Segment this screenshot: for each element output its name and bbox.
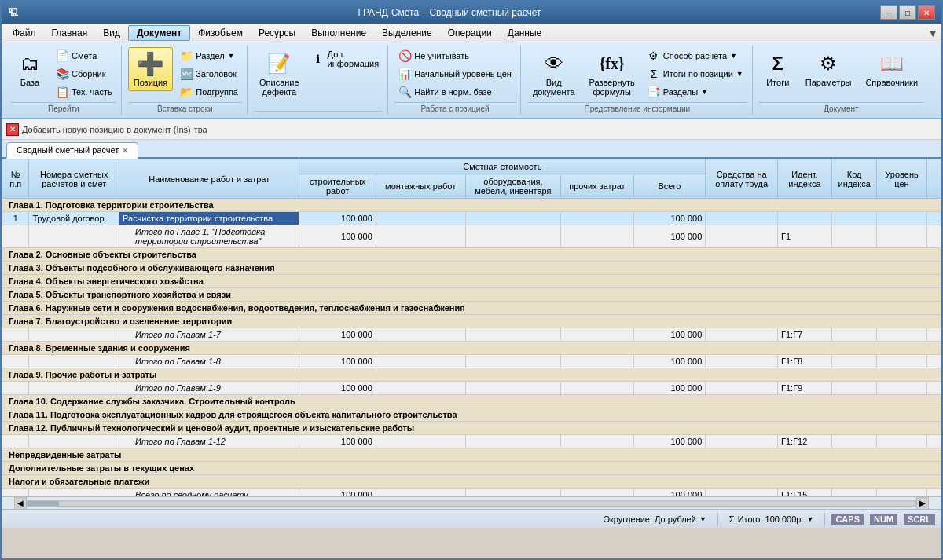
data-code bbox=[831, 212, 877, 225]
th-other: прочих затрат bbox=[561, 174, 633, 199]
menu-selection[interactable]: Выделение bbox=[374, 26, 440, 40]
table-row[interactable]: Глава 8. Временные здания и сооружения bbox=[2, 342, 941, 355]
data-name-cell[interactable]: Расчистка территории строительства bbox=[119, 212, 299, 225]
total-label: Итого: 100 000р. bbox=[738, 514, 804, 524]
ribbon-btn-calc-method[interactable]: ⚙ Способ расчета ▼ bbox=[644, 47, 747, 64]
restore-button[interactable]: □ bbox=[899, 5, 916, 20]
ribbon-btn-initial-price[interactable]: 📊 Начальный уровень цен bbox=[394, 65, 516, 82]
table-row[interactable]: Итого по Главе 1. "Подготовка территории… bbox=[2, 225, 941, 248]
table-row[interactable]: Дополнительные затраты в текущих ценах bbox=[2, 462, 941, 475]
ribbon-btn-params[interactable]: ⚙ Параметры bbox=[800, 47, 857, 91]
total-ident: Г1 bbox=[778, 225, 832, 248]
total-ident: Г1:Г12 bbox=[778, 435, 832, 448]
table-row[interactable]: 1 Трудовой договор Расчистка территории … bbox=[2, 212, 941, 225]
smeta-icon: 📄 bbox=[56, 49, 68, 62]
total-build: 100 000 bbox=[299, 435, 376, 448]
table-row[interactable]: Глава 3. Объекты подсобного и обслуживаю… bbox=[2, 262, 941, 275]
menu-resources[interactable]: Ресурсы bbox=[251, 26, 303, 40]
table-row[interactable]: Глава 5. Объекты транспортного хозяйства… bbox=[2, 288, 941, 302]
total-ident: Г1:Г15 bbox=[778, 489, 832, 497]
ribbon-btn-position[interactable]: ➕ Позиция bbox=[128, 47, 174, 91]
ribbon-btn-totals[interactable]: Σ Итоги bbox=[759, 47, 797, 91]
data-account[interactable]: Трудовой договор bbox=[29, 212, 119, 225]
ribbon-group-presentation-label: Представление информации bbox=[527, 102, 747, 113]
table-row[interactable]: Глава 4. Объекты энергетического хозяйст… bbox=[2, 275, 941, 288]
menu-operations[interactable]: Операции bbox=[440, 26, 500, 40]
tab-close-icon[interactable]: ✕ bbox=[122, 146, 128, 155]
table-row[interactable]: Глава 12. Публичный технологический и це… bbox=[2, 422, 941, 435]
ribbon-btn-sbornik[interactable]: 📚 Сборник bbox=[52, 65, 116, 82]
table-row[interactable]: Непредвиденные затраты bbox=[2, 448, 941, 462]
data-labor bbox=[706, 212, 778, 225]
params-icon: ⚙ bbox=[816, 51, 841, 76]
menu-physvolume[interactable]: Физобъем bbox=[190, 26, 251, 40]
table-row[interactable]: Всего по сводному расчету 100 000 100 00… bbox=[2, 489, 941, 497]
total-pad bbox=[926, 355, 941, 368]
total-price bbox=[877, 382, 926, 395]
table-row[interactable]: Глава 9. Прочие работы и затраты bbox=[2, 368, 941, 382]
total-dropdown-icon[interactable]: ▼ bbox=[807, 515, 814, 523]
minimize-button[interactable]: ─ bbox=[880, 5, 897, 20]
rounding-dropdown-icon[interactable]: ▼ bbox=[699, 515, 706, 523]
ribbon-group-defect-content: 📝 Описаниедефекта ℹ Доп.информация bbox=[254, 47, 383, 109]
total-total: 100 000 bbox=[633, 489, 706, 497]
table-row[interactable]: Глава 11. Подготовка эксплуатационных ка… bbox=[2, 408, 941, 422]
ribbon-dop-info: ℹ Доп.информация bbox=[308, 47, 383, 71]
ribbon-btn-expand-formula[interactable]: {fx} Развернутьформулы bbox=[584, 47, 640, 101]
toolbar-close-button[interactable]: ✕ bbox=[6, 123, 19, 136]
table-row[interactable]: Глава 10. Содержание службы заказчика. С… bbox=[2, 395, 941, 408]
menu-execution[interactable]: Выполнение bbox=[303, 26, 374, 40]
table-row[interactable]: Глава 1. Подготовка территории строитель… bbox=[2, 199, 941, 212]
table-row[interactable]: Итого по Главам 1-7 100 000 100 000 Г1:Г… bbox=[2, 328, 941, 342]
ribbon-btn-smeta[interactable]: 📄 Смета bbox=[52, 47, 116, 64]
total-num bbox=[2, 225, 29, 248]
table-row[interactable]: Итого по Главам 1-9 100 000 100 000 Г1:Г… bbox=[2, 382, 941, 395]
rounding-label: Округление: До рублей bbox=[603, 514, 695, 524]
ribbon-btn-desc-defect[interactable]: 📝 Описаниедефекта bbox=[254, 47, 305, 101]
ribbon-btn-dop-info[interactable]: ℹ Доп.информация bbox=[308, 47, 383, 71]
table-row[interactable]: Итого по Главам 1-12 100 000 100 000 Г1:… bbox=[2, 435, 941, 448]
ribbon-btn-no-account[interactable]: 🚫 Не учитывать bbox=[394, 47, 516, 64]
ribbon-btn-handbook[interactable]: 📖 Справочники bbox=[860, 47, 923, 91]
menu-document[interactable]: Документ bbox=[128, 25, 190, 41]
menu-home[interactable]: Главная bbox=[44, 26, 96, 40]
scrollbar-horizontal[interactable]: ◀ ▶ bbox=[2, 496, 941, 509]
ribbon-group-navigate-content: 🗂 База 📄 Смета 📚 Сборник 📋 Тех. часть bbox=[11, 47, 116, 101]
chapter-cell: Глава 6. Наружные сети и сооружения водо… bbox=[2, 302, 941, 315]
menu-file[interactable]: Файл bbox=[5, 26, 44, 40]
ribbon-navigate-smalls: 📄 Смета 📚 Сборник 📋 Тех. часть bbox=[52, 47, 116, 101]
ribbon-btn-find-base[interactable]: 🔍 Найти в норм. базе bbox=[394, 83, 516, 101]
ribbon-btn-section[interactable]: 📁 Раздел ▼ bbox=[176, 47, 242, 64]
ribbon-btn-base[interactable]: 🗂 База bbox=[11, 47, 49, 91]
scroll-left-btn[interactable]: ◀ bbox=[14, 497, 27, 510]
total-code bbox=[831, 489, 877, 497]
close-button[interactable]: ✕ bbox=[918, 5, 935, 20]
ribbon-btn-tech[interactable]: 📋 Тех. часть bbox=[52, 83, 116, 101]
table-row[interactable]: Налоги и обязательные платежи bbox=[2, 475, 941, 489]
table-row[interactable]: Глава 7. Благоустройство и озеленение те… bbox=[2, 315, 941, 328]
menu-expand-icon[interactable]: ▼ bbox=[927, 27, 938, 39]
ribbon-btn-header[interactable]: 🔤 Заголовок bbox=[176, 65, 242, 82]
ribbon-btn-sections[interactable]: 📑 Разделы ▼ bbox=[644, 83, 747, 101]
total-equip bbox=[465, 328, 561, 342]
ribbon-btn-subgroup[interactable]: 📂 Подгруппа bbox=[176, 83, 242, 101]
total-mount bbox=[376, 328, 465, 342]
table-row[interactable]: Итого по Главам 1-8 100 000 100 000 Г1:Г… bbox=[2, 355, 941, 368]
ribbon-btn-view-doc[interactable]: 👁 Виддокумента bbox=[527, 47, 581, 101]
status-divider-2 bbox=[824, 513, 825, 525]
total-name: Итого по Главам 1-7 bbox=[119, 328, 299, 342]
table-body: Глава 1. Подготовка территории строитель… bbox=[2, 199, 941, 497]
menu-view[interactable]: Вид bbox=[95, 26, 128, 40]
view-doc-icon: 👁 bbox=[541, 51, 567, 76]
scroll-right-btn[interactable]: ▶ bbox=[916, 497, 929, 510]
sections-icon: 📑 bbox=[648, 86, 660, 98]
table-container[interactable]: №п.п Номера сметныхрасчетов и смет Наиме… bbox=[2, 159, 941, 496]
ribbon-btn-position-totals[interactable]: Σ Итоги по позиции ▼ bbox=[644, 65, 747, 82]
th-cost-header: Сметная стоимость bbox=[299, 159, 706, 174]
menu-data[interactable]: Данные bbox=[500, 26, 549, 40]
tab-main-estimate[interactable]: Сводный сметный расчет ✕ bbox=[6, 142, 138, 159]
table-row[interactable]: Глава 6. Наружные сети и сооружения водо… bbox=[2, 302, 941, 315]
table-header-row: №п.п Номера сметныхрасчетов и смет Наиме… bbox=[2, 159, 941, 174]
ribbon-group-insert-label: Вставка строки bbox=[128, 102, 242, 113]
table-row[interactable]: Глава 2. Основные объекты строительства bbox=[2, 248, 941, 262]
